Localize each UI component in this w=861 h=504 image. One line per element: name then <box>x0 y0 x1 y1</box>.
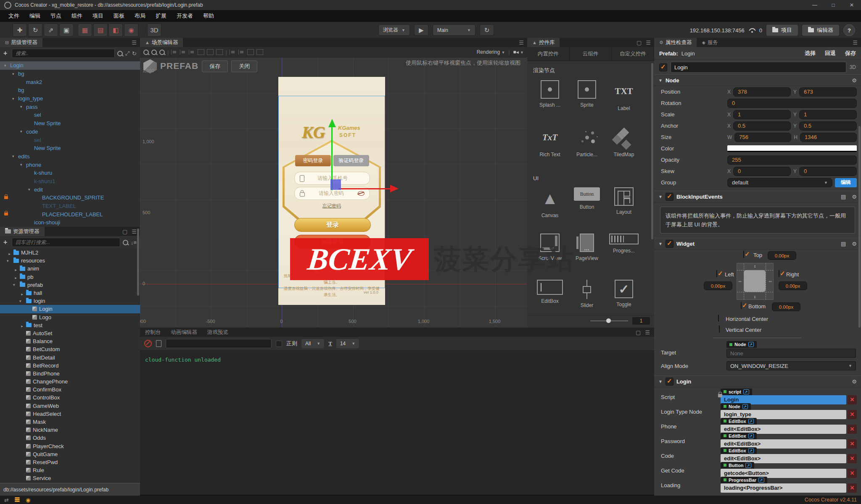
tree-node[interactable]: ▾ sel <box>0 136 140 144</box>
panel-menu-icon[interactable]: ☰ <box>853 39 858 46</box>
position-x-field[interactable]: 378 <box>733 87 791 97</box>
library-tab[interactable]: 内置控件 <box>527 47 570 60</box>
asset-item[interactable]: ▾ Odds <box>0 434 140 442</box>
asset-item[interactable]: ▾ AutoSet <box>0 329 140 337</box>
asset-item[interactable]: ▾ hall <box>0 289 140 297</box>
asset-item[interactable]: ▾ HeadSelect <box>0 410 140 418</box>
widget-target-field[interactable]: None <box>726 349 856 358</box>
library-item[interactable]: Splash ... <box>531 77 568 123</box>
clear-console-icon[interactable] <box>144 340 152 347</box>
console-tab[interactable]: 游戏预览 <box>202 328 233 337</box>
expand-arrow-icon[interactable]: ▾ <box>20 163 26 167</box>
prefab-save-button[interactable]: 保存 <box>845 50 856 57</box>
guest-login-button[interactable]: 游客登录 <box>294 235 371 249</box>
library-zoom-slider[interactable] <box>590 320 628 321</box>
widget-top-value[interactable]: 0.00px <box>768 251 796 260</box>
open-editor-button[interactable]: 编辑器 <box>802 25 839 36</box>
database-icon[interactable] <box>15 497 20 502</box>
asset-item[interactable]: ▾ ControlBox <box>0 394 140 402</box>
horizontal-center-checkbox[interactable] <box>718 315 719 322</box>
gizmo-x-axis[interactable] <box>338 188 391 189</box>
tree-node[interactable]: ▾ mask2 <box>0 78 140 86</box>
add-asset-button[interactable]: + <box>3 239 9 246</box>
widget-left-value[interactable]: 0.00px <box>704 281 732 290</box>
blockinputevents-section-header[interactable]: ▼BlockInputEvents ▤⚙ <box>654 191 861 202</box>
asset-item[interactable]: ▾ MJHL2 <box>0 249 140 257</box>
skew-y-field[interactable]: 0 <box>799 167 857 176</box>
widget-bottom-checkbox[interactable] <box>741 302 742 309</box>
align-mode-dropdown[interactable]: ON_WINDOW_RESIZE▼ <box>726 361 856 370</box>
expand-arrow-icon[interactable]: ▾ <box>4 63 10 68</box>
expand-arrow-icon[interactable]: ▾ <box>20 129 26 134</box>
opacity-field[interactable]: 255 <box>727 155 857 165</box>
expand-arrow-icon[interactable]: ▾ <box>13 283 18 287</box>
node-section-header[interactable]: ▼Node ⚙ <box>654 74 861 86</box>
asset-item[interactable]: ▾ Logo <box>0 313 140 321</box>
gizmo-center-handle[interactable] <box>330 179 341 190</box>
menu-item[interactable]: 项目 <box>87 10 108 22</box>
help-button[interactable]: ? <box>843 24 855 36</box>
search-icon[interactable] <box>117 51 123 56</box>
asset-item[interactable]: ▾ BetDetail <box>0 353 140 361</box>
group-edit-button[interactable]: 编辑 <box>835 178 857 187</box>
menu-item[interactable]: 文件 <box>3 10 24 22</box>
library-item[interactable]: ScrollView <box>531 230 568 276</box>
tab-inspector[interactable]: ⚙属性检查器 <box>654 38 697 47</box>
close-button[interactable]: ✕ <box>843 0 861 10</box>
tree-node[interactable]: ▾ pass <box>0 102 140 111</box>
prefab-save-button[interactable]: 保存 <box>202 60 228 72</box>
component-enabled-checkbox[interactable] <box>666 193 673 201</box>
align-top-icon[interactable] <box>198 49 204 55</box>
zoom-fit-icon[interactable] <box>159 50 165 55</box>
size-h-field[interactable]: 1346 <box>800 133 857 142</box>
rect-tool-icon[interactable]: ▣ <box>59 24 74 37</box>
tab-library[interactable]: ▲控件库 <box>527 38 560 47</box>
prefab-close-button[interactable]: 关闭 <box>231 60 257 72</box>
play-button[interactable]: ▶ <box>414 24 428 36</box>
asset-item[interactable]: ▾ PlayerCheck <box>0 442 140 450</box>
scale-tool-icon[interactable]: ⇗ <box>44 24 58 37</box>
asset-item[interactable]: ▾ GameWeb <box>0 402 140 410</box>
prefab-revert-button[interactable]: 回退 <box>825 50 836 57</box>
menu-item[interactable]: 编辑 <box>24 10 45 22</box>
code-login-tab[interactable]: 验证码登录 <box>333 155 369 166</box>
expand-arrow-icon[interactable]: ▾ <box>19 299 24 303</box>
tab-service[interactable]: ◈服务 <box>697 38 723 47</box>
tree-node[interactable]: ▾ phone <box>0 160 140 169</box>
expand-arrow-icon[interactable]: ▾ <box>13 266 18 271</box>
vertical-center-checkbox[interactable] <box>719 326 720 333</box>
menu-item[interactable]: 帮助 <box>198 10 219 22</box>
tree-node[interactable]: ▾ edits <box>0 152 140 161</box>
move-tool-icon[interactable]: ✚ <box>13 24 27 37</box>
widget-right-checkbox[interactable] <box>779 270 779 277</box>
password-login-tab[interactable]: 密码登录 <box>295 155 331 166</box>
font-size-dropdown[interactable]: 14▼ <box>336 339 359 348</box>
scene-dropdown[interactable]: Main▼ <box>433 24 475 36</box>
login-button[interactable]: 登录 <box>294 218 371 232</box>
mode-3d-button[interactable]: 3D <box>147 24 161 37</box>
tree-node[interactable]: ▾ BACKGROUND_SPRITE <box>0 194 140 202</box>
gear-icon[interactable]: ⚙ <box>852 241 857 247</box>
console-tab[interactable]: 控制台 <box>140 328 166 337</box>
tree-node[interactable]: ▾ bg <box>0 86 140 94</box>
open-project-button[interactable]: 项目 <box>766 25 798 36</box>
expand-arrow-icon[interactable]: ▾ <box>7 259 11 263</box>
minimize-button[interactable]: — <box>806 0 824 10</box>
sync-icon[interactable]: ⇄ <box>4 497 9 503</box>
remove-reference-button[interactable]: ✕ <box>848 483 857 493</box>
rendering-dropdown[interactable]: Rendering ▼ <box>477 49 505 55</box>
target-icon[interactable]: ◉ <box>124 24 138 37</box>
asset-item[interactable]: ▾ BetCustom <box>0 345 140 353</box>
tree-node[interactable]: ▾ k-shuru <box>0 169 140 177</box>
panel-menu-icon[interactable]: ☰ <box>132 228 137 235</box>
asset-item[interactable]: ▾ Rule <box>0 466 140 474</box>
library-tab[interactable]: 自定义控件 <box>612 47 654 60</box>
tree-node[interactable]: ▾ login_type <box>0 94 140 103</box>
distribute-v-icon[interactable] <box>238 50 245 55</box>
search-icon[interactable] <box>123 240 128 245</box>
menu-item[interactable]: 开发者 <box>172 10 198 22</box>
scale-x-field[interactable]: 1 <box>733 110 791 119</box>
refresh-icon[interactable]: ↻ <box>132 50 137 57</box>
tree-node[interactable]: ▾ Login <box>0 61 140 70</box>
popout-icon[interactable]: ▢ <box>637 39 642 46</box>
